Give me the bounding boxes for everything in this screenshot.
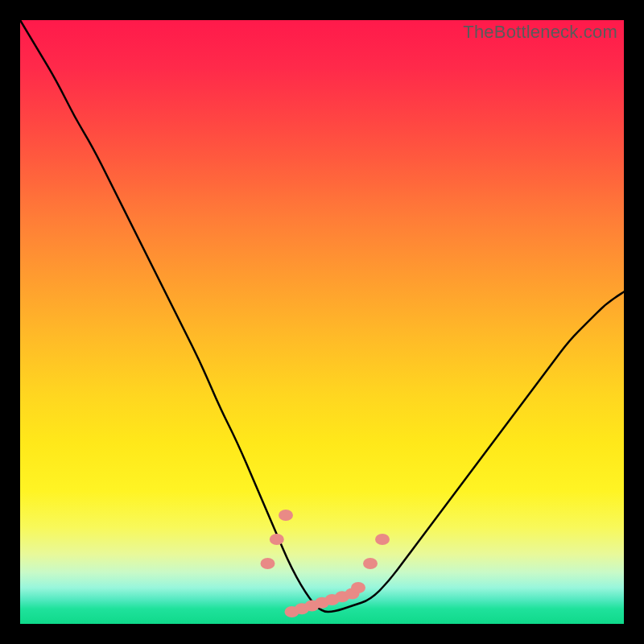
valley-bump — [351, 582, 365, 593]
valley-bump — [363, 558, 378, 569]
bottleneck-curve — [20, 20, 624, 612]
valley-bump — [270, 534, 284, 545]
valley-bump — [261, 558, 275, 569]
bottleneck-curve-svg — [20, 20, 624, 624]
valley-bump — [375, 534, 390, 545]
valley-bump — [279, 510, 293, 521]
gradient-plot-area: TheBottleneck.com — [20, 20, 624, 624]
watermark-label: TheBottleneck.com — [463, 22, 617, 43]
valley-bumps — [261, 510, 390, 617]
